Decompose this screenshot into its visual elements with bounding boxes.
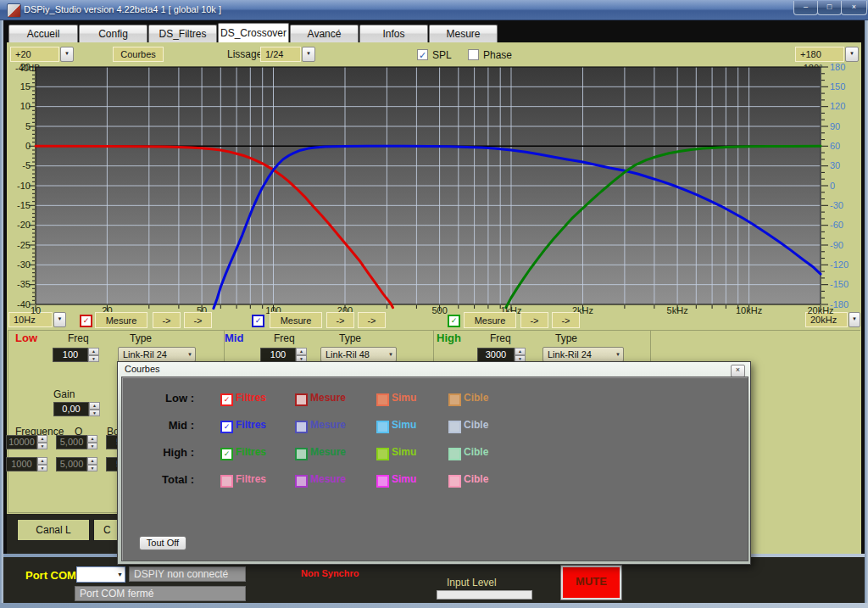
arrow-right-button[interactable]: ->	[520, 312, 548, 328]
dialog-row-label: High :	[126, 446, 194, 459]
curve-option-checkbox[interactable]	[295, 448, 308, 460]
spl-checkbox[interactable]: ✓	[417, 49, 428, 60]
mesure-button[interactable]: Mesure	[464, 312, 516, 328]
mid-type-select[interactable]: Link-Ril 48▼	[320, 347, 397, 362]
courbes-dialog: Courbes × Low :✓FiltresMesureSimuCibleMi…	[117, 361, 751, 565]
high-range-select[interactable]: 20kHz	[805, 312, 848, 327]
maximize-icon[interactable]: □	[817, 1, 842, 15]
eq-freq-input[interactable]: 1000	[6, 457, 37, 471]
curve-option-checkbox[interactable]	[376, 421, 389, 433]
curve-option-checkbox[interactable]	[220, 475, 233, 488]
mid-freq-stepper[interactable]: ▲▼	[296, 348, 307, 362]
phase-range-select[interactable]: +180 -180°	[795, 47, 844, 62]
eq-q-stepper[interactable]: ▲▼	[87, 457, 97, 471]
chevron-down-icon[interactable]: ▼	[845, 47, 859, 62]
curve-option-checkbox[interactable]: ✓	[220, 393, 233, 406]
arrow-right-button[interactable]: ->	[552, 312, 580, 328]
spin-up-icon[interactable]: ▲	[296, 348, 307, 355]
low-freq-input[interactable]: 100	[53, 348, 88, 362]
spin-up-icon[interactable]: ▲	[37, 457, 47, 465]
curve-option-checkbox[interactable]	[295, 475, 308, 488]
curve-option-checkbox[interactable]	[448, 421, 461, 433]
spin-up-icon[interactable]: ▲	[87, 457, 97, 465]
curve-option-checkbox[interactable]	[376, 393, 389, 406]
curve-option-checkbox[interactable]: ✓	[220, 448, 233, 460]
divider	[8, 330, 860, 331]
chevron-down-icon[interactable]: ▼	[302, 47, 315, 62]
canal-l-tab[interactable]: Canal L	[17, 519, 90, 541]
curve-option-checkbox[interactable]: ✓	[220, 421, 233, 433]
spin-up-icon[interactable]: ▲	[515, 348, 526, 355]
courbes-button[interactable]: Courbes	[113, 47, 164, 62]
curve-option-checkbox[interactable]	[295, 393, 308, 406]
low-freq-stepper[interactable]: ▲▼	[88, 348, 99, 362]
high-type-label: Type	[555, 332, 577, 344]
mid-freq-input[interactable]: 100	[260, 348, 296, 362]
db-range-select[interactable]: +20 -40dB	[10, 47, 59, 62]
tab-infos[interactable]: Infos	[359, 25, 428, 42]
spin-up-icon[interactable]: ▲	[87, 435, 97, 443]
curve-show-checkbox[interactable]: ✓	[252, 315, 264, 327]
tout-off-button[interactable]: Tout Off	[139, 536, 186, 550]
window-border-bottom	[0, 603, 868, 608]
high-freq-stepper[interactable]: ▲▼	[515, 348, 526, 362]
arrow-right-button[interactable]: ->	[326, 312, 354, 328]
curve-option-checkbox[interactable]	[295, 421, 308, 433]
port-com-select[interactable]: ▼	[76, 566, 125, 583]
tab-accueil[interactable]: Accueil	[8, 25, 78, 42]
low-type-select[interactable]: Link-Ril 24▼	[118, 347, 196, 362]
spin-up-icon[interactable]: ▲	[37, 435, 47, 443]
tab-ds-filtres[interactable]: DS_Filtres	[148, 25, 217, 42]
arrow-right-button[interactable]: ->	[358, 312, 386, 328]
spin-down-icon[interactable]: ▼	[87, 465, 97, 472]
chevron-down-icon: ▼	[117, 569, 123, 581]
eq-q-input[interactable]: 5,000	[56, 457, 87, 471]
eq-freq-stepper[interactable]: ▲▼	[37, 435, 47, 449]
close-icon[interactable]: ×	[841, 1, 867, 15]
high-freq-input[interactable]: 3000	[477, 348, 515, 362]
arrow-right-button[interactable]: ->	[153, 312, 181, 328]
mesure-button[interactable]: Mesure	[95, 312, 147, 328]
curve-option-label: Filtres	[236, 419, 266, 431]
spin-up-icon[interactable]: ▲	[89, 402, 100, 410]
curve-option-checkbox[interactable]	[448, 393, 461, 406]
high-type-select[interactable]: Link-Ril 24▼	[542, 347, 624, 362]
phase-label: Phase	[483, 49, 512, 61]
spin-down-icon[interactable]: ▼	[89, 410, 100, 417]
eq-freq-stepper[interactable]: ▲▼	[37, 457, 47, 471]
curve-option-checkbox[interactable]	[376, 475, 389, 488]
tab-mesure[interactable]: Mesure	[429, 25, 498, 42]
tab-ds-crossover[interactable]: DS_Crossover	[218, 23, 289, 42]
minimize-icon[interactable]: –	[793, 1, 818, 15]
tab-config[interactable]: Config	[79, 25, 147, 42]
eq-freq-input[interactable]: 10000	[6, 435, 37, 449]
curve-option-checkbox[interactable]	[448, 448, 461, 460]
mute-button[interactable]: MUTE	[561, 566, 621, 600]
spin-up-icon[interactable]: ▲	[88, 348, 99, 355]
curve-option-label: Filtres	[236, 446, 266, 458]
mesure-button[interactable]: Mesure	[270, 312, 322, 328]
eq-q-input[interactable]: 5,000	[56, 435, 87, 449]
spin-down-icon[interactable]: ▼	[88, 355, 99, 363]
lissage-select[interactable]: 1/24	[260, 47, 301, 62]
chevron-down-icon[interactable]: ▼	[53, 312, 66, 327]
spin-down-icon[interactable]: ▼	[37, 443, 47, 450]
curve-option-checkbox[interactable]	[448, 475, 461, 488]
check-icon: ✓	[83, 316, 90, 325]
phase-checkbox[interactable]	[468, 49, 479, 60]
curve-show-checkbox[interactable]: ✓	[80, 315, 92, 327]
eq-q-stepper[interactable]: ▲▼	[87, 435, 97, 449]
arrow-right-button[interactable]: ->	[184, 312, 212, 328]
spin-down-icon[interactable]: ▼	[87, 443, 97, 450]
check-icon: ✓	[451, 316, 458, 325]
chevron-down-icon[interactable]: ▼	[60, 47, 74, 62]
title-bar: DSPiy_Studio version 4.22beta4 1 [ globa…	[0, 0, 868, 20]
low-range-select[interactable]: 10Hz	[8, 312, 53, 327]
curve-show-checkbox[interactable]: ✓	[448, 315, 460, 327]
gain-stepper[interactable]: ▲▼	[89, 402, 100, 416]
chevron-down-icon[interactable]: ▼	[849, 312, 860, 327]
spin-down-icon[interactable]: ▼	[37, 465, 47, 472]
tab-avance[interactable]: Avancé	[290, 25, 359, 42]
gain-input[interactable]: 0,00	[53, 402, 89, 416]
curve-option-checkbox[interactable]	[376, 448, 389, 460]
